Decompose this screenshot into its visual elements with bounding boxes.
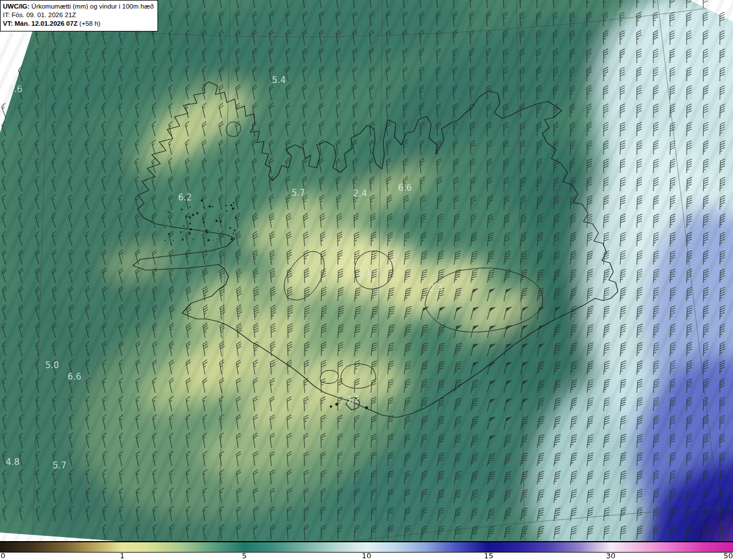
precip-value-label: 6.6: [398, 183, 412, 193]
product-title: Úrkomumætti (mm) og vindur i 100m hæð: [30, 3, 154, 10]
valid-time-offset: (+58 h): [77, 20, 100, 27]
precip-value-label: 2.3: [429, 283, 443, 293]
precip-value-label: 5.7: [291, 188, 305, 198]
valid-time: VT: Mán. 12.01.2026 07Z: [3, 20, 77, 27]
precip-value-label: 8.6: [9, 84, 22, 94]
precip-value-label: 2.1: [357, 267, 371, 278]
precip-value-label: 6.6: [68, 372, 81, 382]
map-canvas: 8.65.46.25.72.46.62.12.35.06.63.24.85.7 …: [0, 0, 733, 542]
colorbar-tick-label: 0: [1, 551, 5, 560]
colorbar-tick-label: 15: [484, 551, 494, 560]
colorbar-tick-label: 1: [120, 551, 124, 560]
init-time-line: IT: Fös. 09. 01. 2026 21Z: [3, 11, 153, 19]
precip-value-label: 5.7: [53, 460, 66, 471]
product-title-line: UWC/IG: Úrkomumætti (mm) og vindur i 100…: [3, 2, 153, 11]
colorbar-tick-labels: 01510153050: [0, 553, 733, 560]
precip-value-label: 4.8: [6, 457, 19, 467]
colorbar-tick-label: 10: [362, 551, 372, 560]
precip-value-label: 3.2: [346, 395, 360, 405]
precip-value-label: 6.2: [178, 192, 192, 203]
precip-value-label: 2.4: [353, 188, 367, 199]
colorbar-tick-label: 30: [606, 551, 616, 560]
weather-map-screen: 8.65.46.25.72.46.62.12.35.06.63.24.85.7 …: [0, 0, 733, 560]
product-label: UWC/IG:: [3, 3, 30, 10]
forecast-info-box: UWC/IG: Úrkomumætti (mm) og vindur i 100…: [0, 0, 158, 31]
colorbar-tick-label: 50: [723, 551, 733, 560]
precip-value-label: 5.0: [45, 360, 59, 370]
valid-time-line: VT: Mán. 12.01.2026 07Z (+58 h): [3, 19, 153, 28]
precip-value-label: 5.4: [272, 75, 286, 85]
colorbar-tick-label: 5: [242, 551, 246, 560]
